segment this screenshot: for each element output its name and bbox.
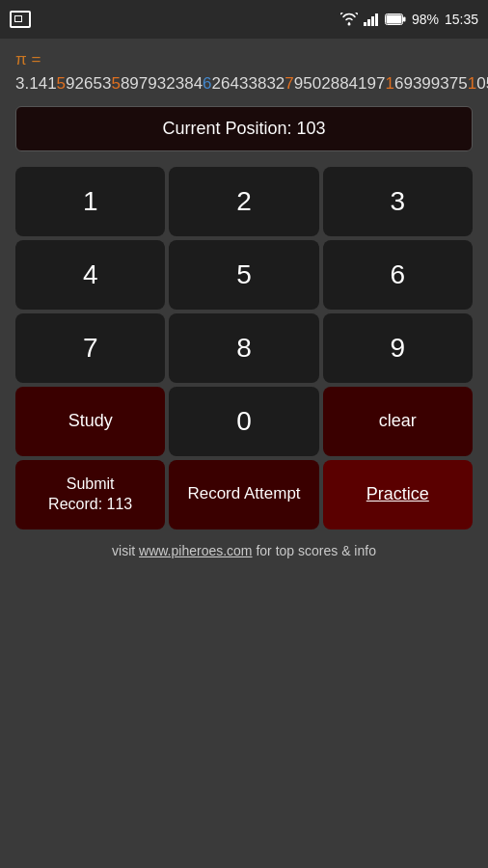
btn-1[interactable]: 1 (15, 167, 165, 236)
record-attempt-button[interactable]: Record Attempt (169, 460, 318, 529)
screenshot-icon (10, 11, 31, 28)
practice-label: Practice (366, 484, 429, 504)
position-display: Current Position: 103 (15, 106, 473, 151)
submit-button[interactable]: Submit Record: 113 (15, 460, 165, 529)
battery-percent: 98% (412, 12, 439, 27)
status-bar: 98% 15:35 (0, 0, 488, 39)
btn-0[interactable]: 0 (169, 387, 318, 456)
btn-3[interactable]: 3 (323, 167, 473, 236)
time-display: 15:35 (445, 12, 478, 27)
record-attempt-label: Record Attempt (187, 483, 300, 504)
btn-6[interactable]: 6 (323, 240, 473, 310)
svg-rect-2 (367, 19, 370, 26)
svg-rect-7 (403, 17, 406, 22)
practice-button[interactable]: Practice (323, 460, 473, 529)
svg-rect-6 (386, 15, 401, 24)
pi-header: π = (15, 50, 473, 69)
numpad: 1 2 3 4 5 6 7 8 9 Study 0 clear Submit R… (15, 167, 473, 529)
btn-7[interactable]: 7 (15, 313, 165, 383)
footer-suffix: for top scores & info (253, 543, 376, 558)
footer: visit www.piheroes.com for top scores & … (15, 543, 473, 558)
btn-5[interactable]: 5 (169, 240, 318, 310)
svg-rect-1 (364, 22, 366, 26)
svg-rect-4 (375, 14, 378, 26)
pi-digits: 3.14159265358979323846264338327950288419… (15, 71, 473, 96)
wifi-icon (340, 13, 358, 26)
footer-text: visit (112, 543, 139, 558)
btn-8[interactable]: 8 (169, 313, 318, 383)
svg-rect-3 (371, 16, 374, 26)
clear-button[interactable]: clear (323, 387, 473, 456)
btn-2[interactable]: 2 (169, 167, 318, 236)
submit-record: Record: 113 (48, 495, 132, 515)
main-content: π = 3.1415926535897932384626433832795028… (0, 39, 488, 558)
battery-icon (385, 14, 406, 25)
signal-icon (364, 13, 379, 26)
svg-point-0 (347, 23, 350, 26)
footer-link[interactable]: www.piheroes.com (139, 543, 253, 558)
status-right: 98% 15:35 (340, 12, 478, 27)
btn-4[interactable]: 4 (15, 240, 165, 310)
submit-label: Submit (67, 475, 115, 495)
btn-9[interactable]: 9 (323, 313, 473, 383)
study-button[interactable]: Study (15, 387, 165, 456)
